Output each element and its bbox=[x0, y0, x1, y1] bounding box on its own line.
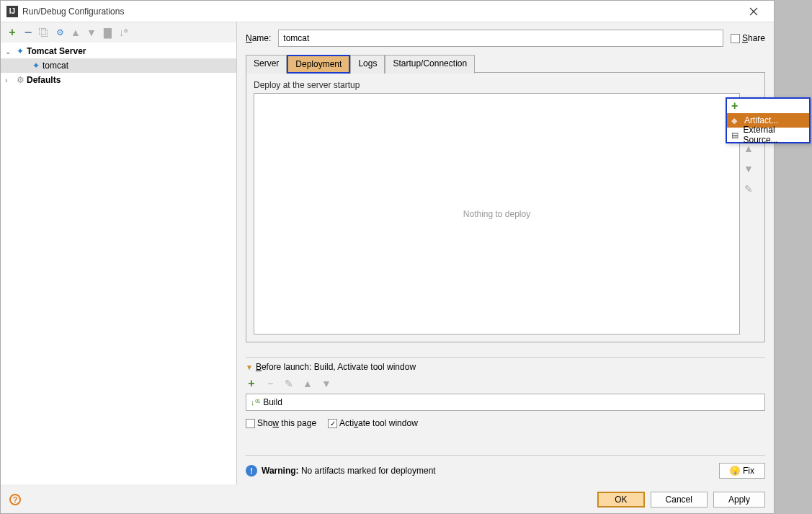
tab-deployment[interactable]: Deployment bbox=[287, 55, 350, 74]
warning-label: Warning: bbox=[262, 466, 299, 476]
warning-row: ! Warning: No artifacts marked for deplo… bbox=[246, 455, 765, 479]
copy-config-button[interactable]: ⿻ bbox=[38, 27, 50, 38]
apply-button[interactable]: Apply bbox=[713, 492, 765, 508]
tree-node-tomcat[interactable]: ✦ tomcat bbox=[1, 58, 236, 73]
close-icon bbox=[749, 7, 758, 16]
window-title: Run/Debug Configurations bbox=[22, 6, 739, 17]
defaults-icon: ⚙ bbox=[14, 75, 27, 85]
help-button[interactable]: ? bbox=[9, 494, 21, 505]
right-panel: Name: Share Server Deployment Logs Start… bbox=[237, 22, 774, 484]
sort-button[interactable]: ↓ª bbox=[117, 27, 129, 38]
external-source-icon: ▤ bbox=[731, 130, 741, 140]
tab-server[interactable]: Server bbox=[246, 55, 287, 74]
tree-node-tomcat-server[interactable]: ⌄ ✦ Tomcat Server bbox=[1, 44, 236, 58]
tomcat-server-icon: ✦ bbox=[14, 46, 27, 56]
tree-label: tomcat bbox=[43, 61, 68, 71]
tree-label: Defaults bbox=[27, 75, 61, 85]
move-down-button[interactable]: ▼ bbox=[86, 27, 97, 38]
move-up-button[interactable]: ▲ bbox=[70, 27, 81, 38]
deploy-down-button[interactable]: ▼ bbox=[742, 162, 755, 175]
fix-button[interactable]: 💡 Fix bbox=[719, 463, 765, 479]
deploy-list[interactable]: Nothing to deploy bbox=[254, 93, 740, 334]
build-task[interactable]: ↓⁰¹ Build bbox=[246, 394, 765, 411]
cancel-button[interactable]: Cancel bbox=[651, 492, 708, 508]
before-launch-header[interactable]: ▼ Before launch: Build, Activate tool wi… bbox=[246, 357, 765, 372]
deploy-edit-button[interactable]: ✎ bbox=[742, 182, 755, 195]
tree-node-defaults[interactable]: › ⚙ Defaults bbox=[1, 73, 236, 87]
tab-bar: Server Deployment Logs Startup/Connectio… bbox=[246, 54, 765, 73]
tab-content: Deploy at the server startup Nothing to … bbox=[246, 73, 765, 342]
bl-up-button[interactable]: ▲ bbox=[302, 378, 313, 389]
name-label: Name: bbox=[246, 33, 271, 43]
warning-icon: ! bbox=[246, 465, 257, 477]
show-page-checkbox[interactable]: Show this page bbox=[246, 418, 316, 428]
bl-add-button[interactable]: + bbox=[246, 378, 257, 389]
activate-window-checkbox[interactable]: ✓ Activate tool window bbox=[328, 418, 418, 428]
config-tree: ⌄ ✦ Tomcat Server ✦ tomcat › ⚙ Defaults bbox=[1, 43, 236, 484]
expand-arrow-icon: › bbox=[5, 76, 14, 84]
checkbox-icon: ✓ bbox=[328, 419, 337, 428]
popup-add-icon-row: + bbox=[727, 99, 809, 113]
build-label: Build bbox=[263, 397, 282, 407]
bl-remove-button[interactable]: − bbox=[264, 378, 276, 389]
add-config-button[interactable]: + bbox=[6, 27, 18, 38]
share-checkbox[interactable]: Share bbox=[731, 33, 765, 43]
deploy-label: Deploy at the server startup bbox=[254, 80, 757, 90]
tree-label: Tomcat Server bbox=[27, 46, 86, 56]
add-popup: + ◆ Artifact... ▤ External Source... bbox=[726, 97, 811, 143]
name-input[interactable] bbox=[278, 30, 723, 47]
bl-edit-button[interactable]: ✎ bbox=[283, 378, 295, 389]
left-toolbar: + − ⿻ ⚙ ▲ ▼ ▇ ↓ª bbox=[1, 22, 236, 43]
checkbox-icon bbox=[246, 419, 255, 428]
titlebar: IJ Run/Debug Configurations bbox=[1, 1, 774, 22]
app-icon: IJ bbox=[6, 6, 18, 17]
save-config-button[interactable]: ⚙ bbox=[54, 27, 66, 38]
bl-down-button[interactable]: ▼ bbox=[321, 378, 332, 389]
collapse-arrow-icon: ▼ bbox=[246, 363, 253, 371]
ok-button[interactable]: OK bbox=[597, 492, 644, 508]
bulb-icon: 💡 bbox=[730, 466, 740, 476]
folder-button[interactable]: ▇ bbox=[102, 27, 113, 38]
before-launch-toolbar: + − ✎ ▲ ▼ bbox=[246, 376, 765, 394]
deploy-empty-text: Nothing to deploy bbox=[463, 209, 530, 219]
close-button[interactable] bbox=[739, 1, 768, 22]
popup-item-external[interactable]: ▤ External Source... bbox=[727, 128, 809, 142]
warning-text: No artifacts marked for deployment bbox=[301, 466, 436, 476]
remove-config-button[interactable]: − bbox=[22, 27, 34, 38]
checkbox-icon bbox=[731, 34, 740, 43]
tab-startup[interactable]: Startup/Connection bbox=[385, 55, 475, 74]
tab-logs[interactable]: Logs bbox=[350, 55, 385, 74]
footer: ? OK Cancel Apply bbox=[1, 486, 774, 513]
build-icon: ↓⁰¹ bbox=[251, 398, 260, 407]
tomcat-icon: ✦ bbox=[30, 61, 43, 71]
artifact-icon: ◆ bbox=[731, 116, 741, 125]
left-panel: + − ⿻ ⚙ ▲ ▼ ▇ ↓ª ⌄ ✦ Tomcat Server ✦ tom… bbox=[1, 22, 237, 484]
expand-arrow-icon: ⌄ bbox=[5, 48, 14, 56]
